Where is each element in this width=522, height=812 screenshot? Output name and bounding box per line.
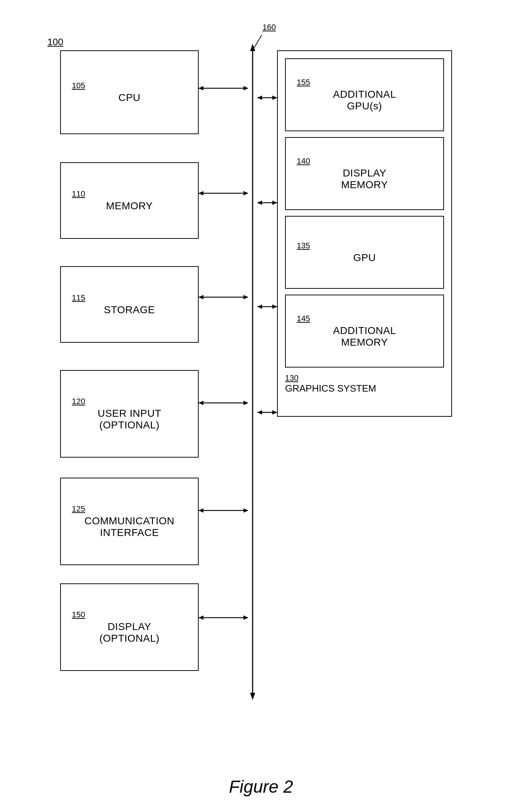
svg-marker-24 [244,401,248,405]
storage-box: 115 STORAGE [60,266,199,343]
display-box: 150 DISPLAY (OPTIONAL) [60,583,199,671]
bus-ref-label: 160 [262,23,276,32]
display-memory-ref: 140 [297,156,310,166]
additional-gpus-box: 155 ADDITIONAL GPU(s) [285,58,444,131]
svg-marker-9 [272,96,277,100]
graphics-system-outer-box: 155 ADDITIONAL GPU(s) 140 DISPLAY MEMORY… [277,50,452,417]
user-input-ref: 120 [72,397,85,406]
display-memory-title: DISPLAY MEMORY [341,167,388,191]
svg-marker-30 [244,508,248,513]
additional-memory-title: ADDITIONAL MEMORY [333,325,396,348]
comm-interface-title: COMMUNICATION INTERFACE [84,515,174,539]
svg-marker-26 [257,410,262,415]
cpu-box: 105 CPU [60,50,199,134]
cpu-ref: 105 [72,81,85,90]
graphics-system-label: 130 GRAPHICS SYSTEM [285,373,444,394]
svg-marker-18 [244,295,248,299]
memory-title: MEMORY [106,200,153,212]
additional-gpus-ref: 155 [297,78,310,87]
svg-marker-14 [257,201,262,205]
additional-gpus-title: ADDITIONAL GPU(s) [333,89,396,112]
svg-marker-20 [257,304,262,309]
comm-interface-box: 125 COMMUNICATION INTERFACE [60,478,199,565]
comm-interface-ref: 125 [72,504,85,514]
svg-marker-2 [250,44,255,51]
svg-marker-21 [272,304,277,309]
svg-marker-11 [199,191,203,195]
svg-marker-23 [199,401,203,405]
svg-marker-32 [199,615,203,620]
svg-marker-17 [199,295,203,299]
svg-marker-6 [244,86,248,90]
memory-box: 110 MEMORY [60,162,199,239]
svg-marker-12 [244,191,248,195]
svg-marker-8 [257,96,262,100]
svg-marker-33 [244,615,248,620]
additional-memory-ref: 145 [297,314,310,323]
svg-marker-27 [272,410,277,415]
display-title: DISPLAY (OPTIONAL) [99,621,159,644]
svg-marker-15 [272,201,277,205]
storage-ref: 115 [72,293,85,303]
svg-line-0 [253,35,262,50]
figure-caption: Figure 2 [0,777,522,811]
gpu-title: GPU [353,252,376,264]
svg-marker-5 [199,86,203,90]
memory-ref: 110 [72,189,85,199]
main-ref-label: 100 [47,36,63,48]
additional-memory-box: 145 ADDITIONAL MEMORY [285,295,444,368]
storage-title: STORAGE [104,304,155,316]
gpu-ref: 135 [297,241,310,250]
display-memory-box: 140 DISPLAY MEMORY [285,137,444,210]
cpu-title: CPU [118,92,141,104]
diagram-container: 100 160 [0,0,522,766]
user-input-title: USER INPUT (OPTIONAL) [98,408,161,431]
gpu-box: 135 GPU [285,216,444,289]
user-input-box: 120 USER INPUT (OPTIONAL) [60,370,199,458]
display-ref: 150 [72,610,85,619]
svg-marker-29 [199,508,203,513]
svg-marker-3 [250,693,255,700]
